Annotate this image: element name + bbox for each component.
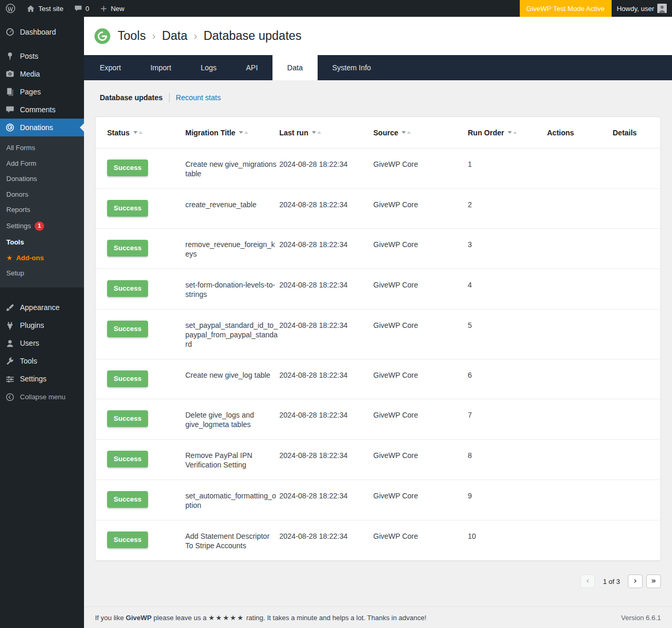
subnav-recount-stats-link[interactable]: Recount stats [176,93,221,102]
footer-text: If you like [95,614,124,622]
tab-api[interactable]: API [232,55,273,80]
rating-stars-link[interactable]: ★★★★★ [208,614,244,622]
submenu-label: Donations [6,175,37,183]
sidebar-item-label: Settings [20,375,47,384]
tab-logs[interactable]: Logs [186,55,231,80]
sidebar-item-users[interactable]: Users [0,335,84,353]
source-cell: GiveWP Core [373,531,468,541]
wordpress-menu[interactable] [0,0,21,17]
prev-page-button[interactable]: ‹ [580,574,595,588]
sidebar-item-settings[interactable]: Settings [0,370,84,388]
submenu-label: Donors [6,190,28,199]
new-content-button[interactable]: New [94,0,130,17]
submenu-item-add-form[interactable]: Add Form [0,156,84,172]
last-page-button[interactable]: » [646,574,661,588]
run-order-cell: 2 [468,200,547,209]
migration-title-cell: set_automatic_formatting_option [185,491,279,510]
home-icon [26,4,35,13]
dashboard-icon [5,27,15,37]
admin-sidebar: Dashboard Posts Media Pages Comments [0,17,84,628]
footer-text: rating. It takes a minute and helps a lo… [246,614,426,622]
column-header-last-run[interactable]: Last run [279,129,373,137]
submenu-item-all-forms[interactable]: All Forms [0,140,84,156]
sidebar-item-label: Media [20,70,40,79]
submenu-item-tools[interactable]: Tools [0,235,84,250]
plugins-icon [5,321,15,331]
submenu-item-settings[interactable]: Settings 1 [0,218,84,235]
sort-icon [402,131,411,134]
wordpress-logo-icon [5,3,16,14]
sidebar-item-posts[interactable]: Posts [0,47,84,65]
sidebar-item-label: Plugins [20,321,44,330]
sidebar-item-comments[interactable]: Comments [0,101,84,119]
migration-title-cell: remove_revenue_foreign_keys [185,240,279,259]
footer-text: please leave us a [153,614,206,622]
last-run-cell: 2024-08-28 18:22:34 [279,451,373,460]
collapse-menu-button[interactable]: Collapse menu [0,388,84,406]
tab-import[interactable]: Import [135,55,186,80]
breadcrumb-tools[interactable]: Tools [118,29,146,43]
source-cell: GiveWP Core [373,451,468,460]
submenu-item-donations[interactable]: Donations [0,171,84,187]
status-cell: Success [107,410,185,427]
last-run-cell: 2024-08-28 18:22:34 [279,491,373,501]
sidebar-item-donations[interactable]: Donations [0,119,84,136]
migration-title-cell: Add Statement Descriptor To Stripe Accou… [185,531,279,550]
page-body: Database updates Recount stats Status Mi… [84,80,672,594]
run-order-cell: 10 [468,531,547,541]
status-cell: Success [107,321,185,337]
sidebar-item-plugins[interactable]: Plugins [0,317,84,335]
status-badge: Success [107,451,148,467]
sidebar-item-label: Pages [20,88,41,97]
status-badge: Success [107,280,148,297]
site-link[interactable]: Test site [21,0,69,17]
next-page-button[interactable]: › [628,574,643,588]
pagination: ‹ 1 of 3 › » [95,574,661,588]
column-header-details: Details [613,129,660,137]
collapse-arrow-icon [5,392,15,402]
submenu-item-addons[interactable]: ★ Add-ons [0,250,84,266]
status-badge: Success [107,491,148,508]
tab-system-info[interactable]: System Info [318,55,386,80]
source-cell: GiveWP Core [373,280,468,290]
column-header-migration-title[interactable]: Migration Title [185,129,279,137]
sidebar-item-pages[interactable]: Pages [0,83,84,101]
test-mode-badge[interactable]: GiveWP Test Mode Active [520,0,612,17]
run-order-cell: 8 [468,451,547,460]
sidebar-item-appearance[interactable]: Appearance [0,299,84,317]
table-row: Success Create new give_log table 2024-0… [96,359,660,399]
source-cell: GiveWP Core [373,370,468,380]
sidebar-item-media[interactable]: Media [0,65,84,83]
sort-icon [239,131,248,134]
column-header-run-order[interactable]: Run Order [468,129,547,137]
migrations-table: Status Migration Title Last run Source [95,116,661,561]
column-header-source[interactable]: Source [373,129,468,137]
run-order-cell: 5 [468,321,547,330]
submenu-label: Settings [6,222,31,230]
admin-footer: If you like GiveWP please leave us a ★★★… [84,606,672,628]
avatar [657,4,667,13]
breadcrumb-data[interactable]: Data [162,29,187,43]
sidebar-item-dashboard[interactable]: Dashboard [0,23,84,41]
table-row: Success Create new give_migrations table… [96,148,660,188]
submenu-item-donors[interactable]: Donors [0,187,84,203]
last-run-cell: 2024-08-28 18:22:34 [279,531,373,541]
table-body: Success Create new give_migrations table… [96,148,660,560]
page-header: Tools › Data › Database updates [84,17,672,55]
tab-data[interactable]: Data [272,55,318,80]
source-cell: GiveWP Core [373,159,468,169]
account-menu[interactable]: Howdy, user [612,0,672,17]
submenu-item-reports[interactable]: Reports [0,202,84,218]
table-row: Success Delete give_logs and give_logmet… [96,399,660,439]
submenu-item-setup[interactable]: Setup [0,265,84,281]
table-row: Success Add Statement Descriptor To Stri… [96,520,660,560]
comments-counter[interactable]: 0 [69,0,94,17]
last-run-cell: 2024-08-28 18:22:34 [279,240,373,249]
appearance-icon [5,303,15,313]
rating-request-text: If you like GiveWP please leave us a ★★★… [95,614,426,622]
sidebar-item-tools[interactable]: Tools [0,353,84,370]
update-count-badge: 1 [35,221,44,231]
tab-export[interactable]: Export [85,55,135,80]
last-run-cell: 2024-08-28 18:22:34 [279,200,373,209]
column-header-status[interactable]: Status [107,129,185,137]
